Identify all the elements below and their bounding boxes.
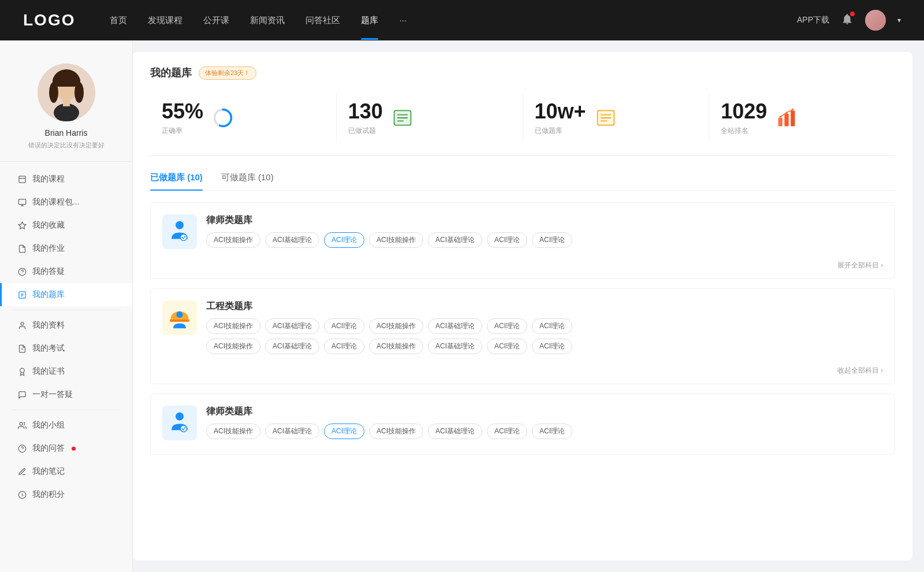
sidebar-item-my-group[interactable]: 我的小组 <box>0 414 132 437</box>
sidebar-username: Brian Harris <box>45 128 88 138</box>
sidebar-item-course-package[interactable]: 我的课程包... <box>0 191 132 214</box>
sidebar-item-question-bank[interactable]: 我的题库 <box>0 283 132 306</box>
course-package-icon <box>17 198 27 207</box>
nav-open-course[interactable]: 公开课 <box>203 15 229 26</box>
sidebar-item-my-course[interactable]: 我的课程 <box>0 168 132 191</box>
sidebar-item-my-exam[interactable]: 我的考试 <box>0 337 132 360</box>
svg-rect-5 <box>53 75 80 87</box>
page-header: 我的题库 体验剩余23天！ <box>150 66 895 80</box>
app-download-button[interactable]: APP下载 <box>797 15 829 25</box>
lawyer2-tag-3[interactable]: ACI技能操作 <box>369 424 423 439</box>
nav-menu: 首页 发现课程 公开课 新闻资讯 问答社区 题库 ··· <box>110 15 797 26</box>
one-on-one-icon <box>17 390 27 399</box>
svg-rect-41 <box>791 110 795 126</box>
tab-available-banks[interactable]: 可做题库 (10) <box>221 172 274 190</box>
stat-accuracy-content: 55% 正确率 <box>162 99 203 136</box>
svg-rect-10 <box>18 199 26 204</box>
svg-rect-7 <box>63 99 70 106</box>
lawyer-tag-1[interactable]: ACI基础理论 <box>265 232 319 248</box>
sidebar-item-my-notes[interactable]: 我的笔记 <box>0 460 132 483</box>
lawyer2-tag-5[interactable]: ACI理论 <box>487 424 527 439</box>
user-menu-chevron[interactable]: ▾ <box>897 16 901 24</box>
stat-banks-done-value: 10w+ <box>535 99 586 124</box>
bank-card-lawyer-2: 律师类题库 ACI技能操作 ACI基础理论 ACI理论 ACI技能操作 ACI基… <box>150 393 895 455</box>
lawyer-tag-2[interactable]: ACI理论 <box>324 232 364 248</box>
lawyer-tag-0[interactable]: ACI技能操作 <box>206 232 260 248</box>
lawyer2-tag-4[interactable]: ACI基础理论 <box>428 424 482 439</box>
sidebar-item-my-questions[interactable]: 我的问答 <box>0 437 132 460</box>
stat-site-rank-value: 1029 <box>721 99 767 124</box>
user-avatar[interactable] <box>865 10 886 31</box>
sidebar-item-qa[interactable]: 我的答疑 <box>0 260 132 283</box>
bank-card-engineer-collapse[interactable]: 收起全部科目 › <box>162 362 883 378</box>
bank-card-lawyer-1-expand[interactable]: 展开全部科目 › <box>162 257 883 273</box>
bank-card-lawyer-1-tags: ACI技能操作 ACI基础理论 ACI理论 ACI技能操作 ACI基础理论 AC… <box>206 232 883 248</box>
my-exam-icon <box>17 344 27 353</box>
my-questions-dot <box>72 447 76 451</box>
lawyer2-tag-1[interactable]: ACI基础理论 <box>265 424 319 439</box>
svg-rect-40 <box>785 113 789 126</box>
engineer-tag-r2-5[interactable]: ACI理论 <box>487 339 527 354</box>
sidebar: Brian Harris 错误的决定比没有决定要好 我的课程 我的课程包... <box>0 40 133 572</box>
questions-done-icon <box>392 107 413 128</box>
sidebar-item-my-profile[interactable]: 我的资料 <box>0 314 132 337</box>
svg-rect-39 <box>778 118 783 126</box>
notification-bell[interactable] <box>841 13 854 28</box>
nav-questionbank[interactable]: 题库 <box>361 15 378 26</box>
engineer-tag-r2-1[interactable]: ACI基础理论 <box>265 339 319 354</box>
tab-done-banks[interactable]: 已做题库 (10) <box>150 172 203 190</box>
engineer-tag-r1-0[interactable]: ACI技能操作 <box>206 318 260 334</box>
stat-banks-done-content: 10w+ 已做题库 <box>535 99 586 136</box>
stat-site-rank: 1029 全站排名 <box>709 94 895 142</box>
engineer-tag-r2-0[interactable]: ACI技能操作 <box>206 339 260 354</box>
my-cert-icon <box>17 367 27 376</box>
sidebar-item-my-cert[interactable]: 我的证书 <box>0 360 132 383</box>
stat-accuracy-label: 正确率 <box>162 126 203 136</box>
engineer-bank-icon <box>162 300 197 335</box>
svg-point-50 <box>180 425 187 432</box>
nav-more[interactable]: ··· <box>399 15 407 26</box>
bank-card-engineer-header: 工程类题库 ACI技能操作 ACI基础理论 ACI理论 ACI技能操作 ACI基… <box>162 300 883 354</box>
engineer-tag-r1-4[interactable]: ACI基础理论 <box>428 318 482 334</box>
bank-card-lawyer-1-body: 律师类题库 ACI技能操作 ACI基础理论 ACI理论 ACI技能操作 ACI基… <box>206 214 883 248</box>
bank-card-engineer-tags-row1: ACI技能操作 ACI基础理论 ACI理论 ACI技能操作 ACI基础理论 AC… <box>206 318 883 334</box>
sidebar-item-my-notes-label: 我的笔记 <box>32 466 65 477</box>
engineer-tag-r1-3[interactable]: ACI技能操作 <box>369 318 423 334</box>
lawyer2-tag-6[interactable]: ACI理论 <box>532 424 572 439</box>
stat-questions-done-value: 130 <box>348 99 383 124</box>
nav-news[interactable]: 新闻资讯 <box>250 15 285 26</box>
lawyer-tag-3[interactable]: ACI技能操作 <box>369 232 423 248</box>
sidebar-item-favorites[interactable]: 我的收藏 <box>0 214 132 237</box>
site-rank-icon <box>776 107 797 128</box>
sidebar-item-my-points[interactable]: 我的积分 <box>0 483 132 506</box>
sidebar-item-qa-label: 我的答疑 <box>32 266 65 277</box>
accuracy-icon <box>213 107 233 128</box>
engineer-tag-r2-2[interactable]: ACI理论 <box>324 339 364 354</box>
sidebar-item-homework[interactable]: 我的作业 <box>0 237 132 260</box>
sidebar-item-one-on-one[interactable]: 一对一答疑 <box>0 383 132 406</box>
lawyer-tag-5[interactable]: ACI理论 <box>487 232 527 248</box>
sidebar-item-my-points-label: 我的积分 <box>32 489 65 500</box>
svg-point-20 <box>21 322 24 325</box>
engineer-tag-r2-6[interactable]: ACI理论 <box>532 339 572 354</box>
sidebar-menu: 我的课程 我的课程包... 我的收藏 我的作业 <box>0 168 132 506</box>
svg-point-43 <box>786 112 788 114</box>
lawyer2-tag-0[interactable]: ACI技能操作 <box>206 424 260 439</box>
engineer-tag-r1-6[interactable]: ACI理论 <box>532 318 572 334</box>
engineer-tag-r1-2[interactable]: ACI理论 <box>324 318 364 334</box>
nav-discover[interactable]: 发现课程 <box>148 15 182 26</box>
engineer-tag-r1-1[interactable]: ACI基础理论 <box>265 318 319 334</box>
engineer-tag-r2-3[interactable]: ACI技能操作 <box>369 339 423 354</box>
engineer-tag-r1-5[interactable]: ACI理论 <box>487 318 527 334</box>
stat-accuracy-value: 55% <box>162 99 203 124</box>
lawyer2-tag-2[interactable]: ACI理论 <box>324 424 364 439</box>
logo: LOGO <box>23 11 75 29</box>
sidebar-motto: 错误的决定比没有决定要好 <box>28 141 105 150</box>
engineer-tag-r2-4[interactable]: ACI基础理论 <box>428 339 482 354</box>
bank-card-engineer: 工程类题库 ACI技能操作 ACI基础理论 ACI理论 ACI技能操作 ACI基… <box>150 288 895 384</box>
lawyer-tag-6[interactable]: ACI理论 <box>532 232 572 248</box>
my-profile-icon <box>17 321 27 330</box>
lawyer-tag-4[interactable]: ACI基础理论 <box>428 232 482 248</box>
nav-qa[interactable]: 问答社区 <box>305 15 340 26</box>
nav-home[interactable]: 首页 <box>110 15 127 26</box>
